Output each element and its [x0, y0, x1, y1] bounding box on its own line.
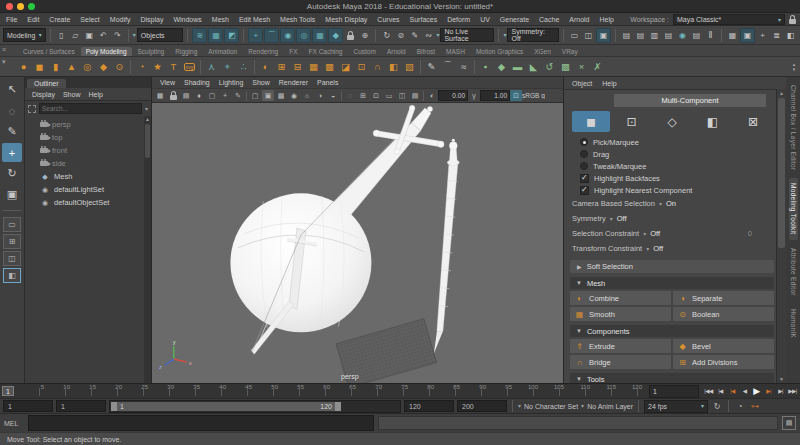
mel-label[interactable]: MEL: [4, 420, 24, 427]
menu-create[interactable]: Create: [49, 16, 70, 23]
current-frame-field[interactable]: 1: [649, 385, 699, 398]
face-mode-button[interactable]: ◧: [694, 111, 732, 132]
shelf-tab-rendering[interactable]: Rendering: [243, 47, 283, 56]
toolkit-scrollbar[interactable]: ▲ ▼: [776, 89, 786, 383]
multi-component-mode-button[interactable]: ⊠: [734, 111, 772, 132]
platonic-solid-icon[interactable]: ◔: [134, 59, 149, 75]
symmetry-dropdown[interactable]: Symmetry ▾ Off: [570, 211, 774, 226]
play-backwards-button[interactable]: ◀: [739, 385, 750, 397]
symmetry-arrow-icon[interactable]: ▾: [503, 32, 506, 38]
search-filter-icon[interactable]: ▾: [145, 106, 148, 112]
shelf-tab-vray[interactable]: VRay: [557, 47, 583, 56]
menu-arnold[interactable]: Arnold: [569, 16, 589, 23]
lock-camera-icon[interactable]: [167, 90, 179, 101]
menu-edit-mesh[interactable]: Edit Mesh: [239, 16, 270, 23]
tab-attribute-editor[interactable]: Attribute Editor: [789, 243, 798, 301]
selection-mask-dropdown[interactable]: Objects: [137, 28, 184, 42]
poly-torus-icon[interactable]: ◎: [80, 59, 95, 75]
occlusion-icon[interactable]: ◒: [327, 90, 339, 101]
scale-tool[interactable]: ▣: [2, 185, 22, 204]
playback-loop-icon[interactable]: ↻: [711, 402, 723, 411]
menu-deform[interactable]: Deform: [447, 16, 470, 23]
delete-face-icon[interactable]: ◣: [526, 59, 541, 75]
create-curve-icon[interactable]: ✎: [424, 59, 439, 75]
outliner-scrollbar[interactable]: ▲: [144, 116, 151, 383]
save-scene-icon[interactable]: ▣: [83, 29, 96, 42]
construction-history-on-icon[interactable]: ↻: [380, 29, 393, 42]
minimize-window-icon[interactable]: [17, 3, 24, 10]
pane-layout-icon[interactable]: ▣: [596, 28, 611, 43]
shelf-options-icon[interactable]: ▾: [2, 58, 6, 66]
wireframe-icon[interactable]: ▢: [249, 90, 261, 101]
extrude-shelf-icon[interactable]: ⊡: [354, 59, 369, 75]
anim-layer-dropdown[interactable]: No Anim Layer: [587, 403, 633, 410]
snap-together-icon[interactable]: ▣: [740, 28, 755, 43]
poly-disc-icon[interactable]: ⊙: [112, 59, 127, 75]
multi-cut-shelf-icon[interactable]: ×: [574, 59, 589, 75]
spin-edge-icon[interactable]: ↺: [542, 59, 557, 75]
animation-start-field[interactable]: 1: [3, 400, 53, 412]
curve-snap-icon[interactable]: ∾: [422, 29, 435, 42]
viewport-menu-show[interactable]: Show: [252, 79, 270, 86]
animation-preferences-icon[interactable]: ◔: [734, 402, 746, 411]
origin-locator-icon[interactable]: ∴: [236, 59, 251, 75]
shelf-tab-arnold[interactable]: Arnold: [382, 47, 411, 56]
viewport-menu-renderer[interactable]: Renderer: [279, 79, 308, 86]
camera-based-selection-dropdown[interactable]: Camera Based Selection ▾ On: [570, 196, 774, 211]
menu-mesh[interactable]: Mesh: [212, 16, 229, 23]
new-scene-icon[interactable]: ▯: [55, 29, 68, 42]
shelf-tab-xgen[interactable]: XGen: [529, 47, 556, 56]
workspace-dropdown[interactable]: Maya Classic*▾: [673, 14, 785, 25]
snap-to-curve-icon[interactable]: ⌒: [264, 28, 279, 43]
outliner-menu-display[interactable]: Display: [32, 91, 55, 98]
shelf-tab-fx[interactable]: FX: [284, 47, 302, 56]
snap-to-view-plane-icon[interactable]: ▦: [312, 28, 327, 43]
menu-windows[interactable]: Windows: [173, 16, 201, 23]
outliner-menu-help[interactable]: Help: [88, 91, 102, 98]
soft-selection-section[interactable]: ▶Soft Selection: [570, 260, 774, 273]
viewport-canvas[interactable]: y x z persp: [152, 103, 563, 383]
select-camera-icon[interactable]: ▦: [154, 90, 166, 101]
render-sequence-icon[interactable]: ▤: [690, 29, 703, 42]
select-hierarchy-icon[interactable]: ≋: [192, 28, 207, 43]
toolkit-menu-help[interactable]: Help: [602, 80, 616, 87]
smooth-button[interactable]: ▦ Smooth: [570, 307, 671, 321]
close-window-icon[interactable]: [6, 3, 13, 10]
shelf-tab-custom[interactable]: Custom: [348, 47, 380, 56]
viewport-menu-view[interactable]: View: [160, 79, 175, 86]
shelf-menu-icon[interactable]: ≡: [2, 46, 6, 53]
ik-handle-icon[interactable]: ⌖: [220, 59, 235, 75]
quad-draw-shelf-icon[interactable]: ▧: [402, 59, 417, 75]
render-view-icon[interactable]: ▤: [620, 29, 633, 42]
ipr-render-icon[interactable]: ▥: [648, 29, 661, 42]
snap-to-grid-icon[interactable]: +: [248, 28, 263, 43]
select-tool[interactable]: ↖: [2, 80, 22, 99]
menu-uv[interactable]: UV: [480, 16, 490, 23]
measure-icon[interactable]: ◧: [784, 29, 797, 42]
bridge-button[interactable]: ∩ Bridge: [570, 355, 671, 369]
menu-edit[interactable]: Edit: [27, 16, 39, 23]
subdivide-shelf-icon[interactable]: ▩: [322, 59, 337, 75]
smooth-shelf-icon[interactable]: ▦: [306, 59, 321, 75]
poly-cube-icon[interactable]: ◼: [32, 59, 47, 75]
open-scene-icon[interactable]: ▱: [69, 29, 82, 42]
pause-viewport-icon[interactable]: Ⅱ: [704, 29, 717, 42]
selection-constraint-dropdown[interactable]: Selection Constraint ▾ Off 0: [570, 226, 774, 241]
poly-cone-icon[interactable]: ▲: [64, 59, 79, 75]
command-input[interactable]: [28, 415, 374, 431]
menu-modify[interactable]: Modify: [110, 16, 131, 23]
outliner-item-defaultlightset[interactable]: defaultLightSet: [25, 183, 151, 196]
two-d-pan-zoom-icon[interactable]: +: [219, 90, 231, 101]
ep-curve-icon[interactable]: ⌒: [440, 59, 455, 75]
edge-mode-button[interactable]: ◇: [653, 111, 691, 132]
color-managed-icon[interactable]: ⊡: [510, 90, 522, 101]
pick-marquee-radio[interactable]: Pick/Marquee: [570, 136, 774, 148]
select-component-icon[interactable]: ◩: [224, 28, 239, 43]
construction-history-off-icon[interactable]: ⊘: [394, 29, 407, 42]
type-tool-icon[interactable]: T: [166, 59, 181, 75]
shelf-tab-bifrost[interactable]: Bifrost: [412, 47, 440, 56]
vertex-mode-button[interactable]: ⊡: [613, 111, 651, 132]
layout-two-pane[interactable]: ◫: [3, 251, 21, 266]
menu-mesh-display[interactable]: Mesh Display: [325, 16, 367, 23]
menu-select[interactable]: Select: [80, 16, 99, 23]
